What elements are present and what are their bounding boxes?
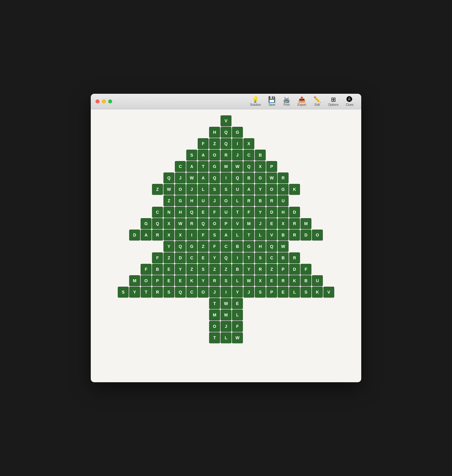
puzzle-cell[interactable]: I: [186, 230, 197, 240]
puzzle-cell[interactable]: E: [163, 264, 174, 275]
puzzle-cell[interactable]: E: [266, 275, 277, 286]
puzzle-cell[interactable]: O: [312, 230, 323, 240]
puzzle-cell[interactable]: W: [163, 184, 174, 195]
puzzle-cell[interactable]: Q: [198, 218, 209, 229]
puzzle-cell[interactable]: I: [232, 138, 243, 149]
puzzle-cell[interactable]: G: [175, 195, 186, 206]
puzzle-cell[interactable]: E: [232, 298, 243, 309]
puzzle-cell[interactable]: L: [232, 230, 243, 240]
puzzle-cell[interactable]: Z: [163, 252, 174, 263]
puzzle-cell[interactable]: R: [243, 195, 254, 206]
puzzle-cell[interactable]: A: [141, 230, 151, 240]
puzzle-cell[interactable]: H: [255, 241, 266, 252]
puzzle-cell[interactable]: R: [278, 275, 289, 286]
puzzle-cell[interactable]: D: [301, 230, 311, 240]
puzzle-cell[interactable]: Q: [266, 241, 277, 252]
puzzle-cell[interactable]: J: [232, 150, 243, 160]
puzzle-cell[interactable]: I: [221, 287, 231, 298]
puzzle-cell[interactable]: G: [209, 161, 220, 172]
close-button[interactable]: [96, 99, 99, 103]
puzzle-cell[interactable]: Z: [198, 241, 209, 252]
puzzle-cell[interactable]: G: [186, 241, 197, 252]
puzzle-cell[interactable]: L: [221, 332, 231, 343]
puzzle-cell[interactable]: R: [221, 150, 231, 160]
puzzle-cell[interactable]: A: [221, 230, 231, 240]
puzzle-cell[interactable]: K: [289, 275, 300, 286]
puzzle-cell[interactable]: B: [255, 150, 266, 160]
toolbar-btn-save[interactable]: 💾 Save: [265, 95, 279, 108]
puzzle-cell[interactable]: U: [312, 275, 323, 286]
puzzle-cell[interactable]: V: [323, 287, 334, 298]
puzzle-cell[interactable]: L: [232, 275, 243, 286]
puzzle-cell[interactable]: Y: [232, 287, 243, 298]
puzzle-cell[interactable]: Q: [243, 161, 254, 172]
puzzle-cell[interactable]: B: [278, 230, 289, 240]
puzzle-cell[interactable]: C: [186, 252, 197, 263]
puzzle-cell[interactable]: F: [141, 264, 151, 275]
puzzle-cell[interactable]: M: [243, 218, 254, 229]
puzzle-cell[interactable]: C: [266, 252, 277, 263]
puzzle-cell[interactable]: I: [221, 172, 231, 183]
toolbar-btn-edit[interactable]: ✏️ Edit: [310, 95, 324, 108]
puzzle-cell[interactable]: L: [255, 230, 266, 240]
puzzle-cell[interactable]: Q: [175, 241, 186, 252]
puzzle-cell[interactable]: T: [209, 298, 220, 309]
puzzle-cell[interactable]: B: [232, 264, 243, 275]
puzzle-cell[interactable]: C: [175, 161, 186, 172]
puzzle-cell[interactable]: N: [163, 207, 174, 218]
puzzle-cell[interactable]: X: [255, 161, 266, 172]
maximize-button[interactable]: [108, 99, 112, 103]
puzzle-cell[interactable]: A: [198, 150, 209, 160]
puzzle-cell[interactable]: J: [255, 218, 266, 229]
toolbar-btn-clues[interactable]: 🅐 Clues: [343, 95, 356, 108]
puzzle-cell[interactable]: P: [278, 264, 289, 275]
puzzle-cell[interactable]: R: [255, 264, 266, 275]
puzzle-cell[interactable]: O: [141, 275, 151, 286]
puzzle-cell[interactable]: X: [175, 230, 186, 240]
puzzle-cell[interactable]: E: [175, 275, 186, 286]
puzzle-cell[interactable]: X: [163, 230, 174, 240]
puzzle-cell[interactable]: S: [198, 264, 209, 275]
puzzle-cell[interactable]: C: [152, 207, 163, 218]
puzzle-cell[interactable]: Q: [186, 207, 197, 218]
puzzle-cell[interactable]: Z: [221, 264, 231, 275]
puzzle-cell[interactable]: F: [209, 207, 220, 218]
puzzle-cell[interactable]: L: [198, 184, 209, 195]
puzzle-cell[interactable]: D: [266, 207, 277, 218]
puzzle-cell[interactable]: W: [175, 218, 186, 229]
puzzle-cell[interactable]: G: [141, 218, 151, 229]
toolbar-btn-export[interactable]: 📤 Export: [295, 95, 309, 108]
puzzle-cell[interactable]: Z: [209, 264, 220, 275]
puzzle-cell[interactable]: O: [221, 195, 231, 206]
puzzle-cell[interactable]: F: [301, 264, 311, 275]
puzzle-cell[interactable]: F: [198, 138, 209, 149]
puzzle-cell[interactable]: A: [186, 161, 197, 172]
puzzle-cell[interactable]: V: [266, 230, 277, 240]
puzzle-cell[interactable]: M: [221, 161, 231, 172]
puzzle-cell[interactable]: W: [278, 241, 289, 252]
puzzle-cell[interactable]: M: [209, 310, 220, 320]
puzzle-cell[interactable]: M: [129, 275, 140, 286]
puzzle-cell[interactable]: B: [255, 195, 266, 206]
puzzle-cell[interactable]: K: [186, 275, 197, 286]
puzzle-cell[interactable]: J: [221, 321, 231, 332]
puzzle-cell[interactable]: Q: [232, 172, 243, 183]
puzzle-cell[interactable]: S: [301, 287, 311, 298]
puzzle-cell[interactable]: O: [175, 184, 186, 195]
puzzle-cell[interactable]: P: [266, 161, 277, 172]
puzzle-cell[interactable]: R: [278, 172, 289, 183]
toolbar-btn-solution[interactable]: 💡 Solution: [247, 95, 264, 108]
puzzle-cell[interactable]: R: [289, 218, 300, 229]
puzzle-cell[interactable]: R: [186, 218, 197, 229]
puzzle-cell[interactable]: D: [175, 252, 186, 263]
puzzle-cell[interactable]: U: [232, 184, 243, 195]
puzzle-cell[interactable]: S: [118, 287, 129, 298]
puzzle-cell[interactable]: P: [221, 218, 231, 229]
puzzle-cell[interactable]: B: [232, 241, 243, 252]
puzzle-cell[interactable]: O: [209, 218, 220, 229]
puzzle-cell[interactable]: S: [255, 287, 266, 298]
puzzle-cell[interactable]: Z: [266, 264, 277, 275]
puzzle-cell[interactable]: Y: [255, 207, 266, 218]
puzzle-cell[interactable]: Y: [243, 264, 254, 275]
puzzle-cell[interactable]: A: [243, 184, 254, 195]
